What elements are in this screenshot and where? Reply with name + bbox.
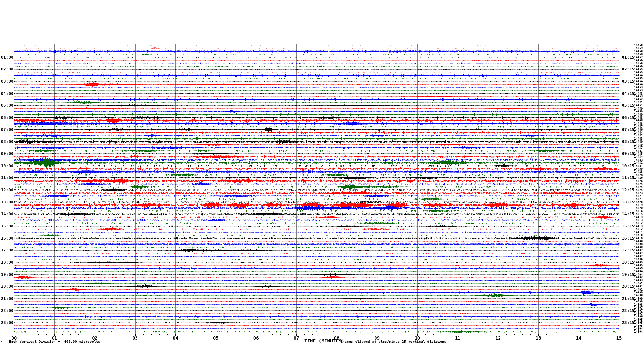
right-hour-label: 05:15 — [622, 103, 634, 107]
x-tick-label: 11 — [455, 335, 460, 341]
left-hour-label: 21:00 — [0, 297, 13, 301]
trace-number: 14440 — [634, 140, 643, 143]
trace-number: 14404 — [634, 270, 643, 273]
left-hour-label: 22:00 — [0, 309, 13, 313]
right-hour-label: 15:15 — [622, 224, 634, 228]
trace-number: 14398 — [634, 300, 643, 303]
right-hour-label: 23:15 — [622, 321, 634, 325]
right-hour-label: 02:15 — [622, 67, 634, 71]
right-hour-label: 12:15 — [622, 188, 634, 192]
left-hour-label: 13:00 — [0, 200, 13, 204]
left-hour-label: 07:00 — [0, 128, 13, 132]
right-hour-label: 13:15 — [622, 200, 634, 204]
x-tick-label: 14 — [576, 335, 582, 341]
right-hour-label: 17:15 — [622, 248, 634, 252]
trace-number: 14410 — [634, 234, 643, 237]
corner-mark: M — [1, 341, 2, 343]
trace-number: 14423 — [634, 192, 643, 194]
trace-number: 14426 — [634, 177, 643, 179]
heliplot-page: P S L atras eismology ab Jan16,2026 LTHK… — [0, 0, 644, 346]
left-hour-label: 03:00 — [0, 79, 13, 83]
right-hour-label: 19:15 — [622, 273, 634, 276]
trace-number: 14450 — [634, 110, 643, 113]
left-hour-label: 05:00 — [0, 103, 13, 107]
left-hour-label: 06:00 — [0, 116, 13, 119]
x-tick-label: 03 — [132, 335, 138, 341]
trace-number: 14412 — [634, 228, 643, 231]
trace-number: 14434 — [634, 155, 643, 158]
seismogram-canvas — [0, 0, 644, 346]
trace-number: 14458 — [634, 53, 643, 56]
trace-number: 14401 — [634, 285, 643, 288]
right-hour-label: 16:15 — [622, 236, 634, 240]
left-hour-label: 11:00 — [0, 176, 13, 180]
right-hour-label: 01:15 — [622, 55, 634, 59]
left-hour-label: 09:00 — [0, 152, 13, 156]
right-hour-label: 08:15 — [622, 140, 634, 144]
x-tick-label: 07 — [294, 335, 299, 341]
right-hour-label: 09:15 — [622, 152, 634, 156]
right-hour-label: 20:15 — [622, 284, 634, 288]
left-hour-label: 12:00 — [0, 188, 13, 192]
right-hour-label: 07:15 — [622, 128, 634, 132]
x-tick-label: 05 — [213, 335, 219, 341]
trace-number: 14455 — [634, 68, 643, 71]
left-hour-label: 02:00 — [0, 67, 13, 71]
trace-number: 14395 — [634, 321, 643, 324]
left-hour-label: 19:00 — [0, 273, 13, 276]
right-hour-label: 18:15 — [622, 260, 634, 264]
x-axis-title: TIME (MINUTES) — [304, 338, 344, 343]
left-hour-label: 20:00 — [0, 284, 13, 288]
right-hour-label: 03:15 — [622, 79, 634, 83]
left-hour-label: 14:00 — [0, 212, 13, 216]
trace-number: 14394 — [634, 330, 643, 333]
left-hour-label: 17:00 — [0, 248, 13, 252]
left-hour-label: 01:00 — [0, 55, 13, 59]
right-hour-label: 10:15 — [622, 164, 634, 168]
x-tick-label: 04 — [173, 335, 178, 341]
left-hour-label: 15:00 — [0, 224, 13, 228]
left-hour-label: 16:00 — [0, 236, 13, 240]
right-hour-label: 21:15 — [622, 297, 634, 301]
trace-number: 14407 — [634, 249, 643, 252]
trace-number: 14432 — [634, 161, 643, 164]
clip-note: Traces clipped at plus/minus 25 vertical… — [340, 340, 446, 344]
scale-note: Each Vertical Division = 400.00 microvol… — [9, 340, 100, 344]
trace-number: 14447 — [634, 125, 643, 128]
right-hour-label: 11:15 — [622, 176, 634, 180]
trace-number: 14421 — [634, 198, 643, 201]
trace-number: 14415 — [634, 213, 643, 216]
right-hour-label: 14:15 — [622, 212, 634, 216]
left-hour-label: 08:00 — [0, 140, 13, 144]
right-hour-label: 04:15 — [622, 92, 634, 95]
trace-number: 14453 — [634, 89, 643, 92]
trace-number: 14424 — [634, 183, 643, 185]
left-hour-label: 23:00 — [0, 321, 13, 325]
trace-number: 14437 — [634, 146, 643, 149]
left-hour-label: 04:00 — [0, 92, 13, 95]
trace-number: 14396 — [634, 315, 643, 318]
x-tick-label: 06 — [253, 335, 259, 341]
left-hour-label: 18:00 — [0, 260, 13, 264]
trace-number: 14451 — [634, 104, 643, 107]
x-tick-label: 12 — [495, 335, 501, 341]
x-tick-label: 15 — [616, 335, 622, 341]
right-hour-label: 22:15 — [622, 309, 634, 313]
trace-number: 14405 — [634, 264, 643, 267]
trace-number: 14454 — [634, 74, 643, 77]
right-hour-label: 06:15 — [622, 116, 634, 119]
trace-number: 14397 — [634, 306, 643, 309]
x-tick-label: 13 — [536, 335, 541, 341]
trace-number: 14403 — [634, 279, 643, 282]
left-hour-label: 10:00 — [0, 164, 13, 168]
